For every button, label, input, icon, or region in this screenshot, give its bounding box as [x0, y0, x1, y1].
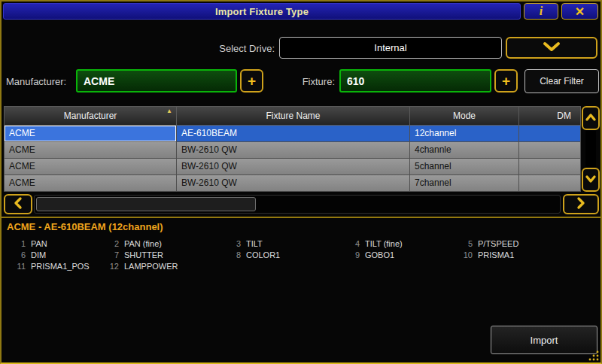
- channel-number: 9: [343, 250, 360, 259]
- plus-icon: +: [248, 74, 256, 88]
- cell-fixture-name[interactable]: BW-2610 QW: [177, 175, 410, 192]
- table-row[interactable]: ACME AE-610BEAM 12channel: [4, 126, 581, 142]
- cell-manufacturer[interactable]: ACME: [4, 126, 177, 142]
- import-button-label: Import: [531, 335, 558, 346]
- table-row[interactable]: ACME BW-2610 QW 7channel: [4, 175, 581, 192]
- channel-name: DIM: [31, 250, 46, 259]
- channel-item: 4TILT (fine): [343, 238, 456, 249]
- channel-item: 1PAN: [9, 238, 102, 249]
- channel-number: 4: [343, 239, 360, 248]
- scroll-left-button[interactable]: [4, 194, 32, 214]
- chevron-left-icon: [14, 196, 23, 213]
- chevron-down-icon: [542, 41, 561, 55]
- horizontal-scrollbar-track[interactable]: [34, 195, 561, 214]
- channel-name: PAN (fine): [124, 239, 162, 248]
- chevron-up-icon: [585, 111, 597, 125]
- channel-list: 1PAN 2PAN (fine) 3TILT 4TILT (fine) 5P/T…: [9, 238, 585, 271]
- column-header-fixture-name[interactable]: Fixture Name: [177, 106, 410, 126]
- channel-item: 3TILT: [224, 238, 343, 249]
- info-button[interactable]: i: [524, 3, 558, 20]
- import-fixture-type-dialog: Import Fixture Type i ✕ Select Drive: In…: [0, 0, 602, 364]
- title-bar[interactable]: Import Fixture Type: [3, 3, 521, 20]
- resize-grip-icon[interactable]: [587, 349, 600, 362]
- cell-manufacturer[interactable]: ACME: [4, 142, 177, 159]
- cell-manufacturer[interactable]: ACME: [4, 159, 177, 175]
- fixture-filter-input[interactable]: 610: [339, 69, 491, 93]
- close-button[interactable]: ✕: [561, 3, 598, 20]
- select-drive-field[interactable]: Internal: [279, 37, 502, 59]
- dialog-title: Import Fixture Type: [215, 6, 309, 17]
- sort-ascending-icon: ▲: [166, 108, 172, 114]
- cell-mode[interactable]: 4channle: [410, 142, 519, 159]
- channel-item: 5P/TSPEED: [456, 238, 585, 249]
- column-header-dmx[interactable]: DM: [519, 106, 581, 126]
- cell-mode[interactable]: 12channel: [410, 126, 519, 142]
- column-header-label: Mode: [453, 111, 476, 121]
- table-row[interactable]: ACME BW-2610 QW 5channel: [4, 159, 581, 175]
- table-row[interactable]: ACME BW-2610 QW 4channle: [4, 142, 581, 159]
- cell-dmx[interactable]: [519, 126, 581, 142]
- channel-name: LAMPPOWER: [124, 262, 178, 271]
- channel-number: 12: [102, 262, 119, 271]
- channel-item: 11PRISMA1_POS: [9, 260, 102, 271]
- column-header-label: Fixture Name: [266, 111, 320, 121]
- fixture-filter-value: 610: [347, 75, 364, 87]
- import-button[interactable]: Import: [491, 326, 597, 354]
- channel-item: 12LAMPPOWER: [102, 260, 224, 271]
- manufacturer-filter-value: ACME: [84, 75, 114, 87]
- cell-dmx[interactable]: [519, 175, 581, 192]
- cell-mode[interactable]: 7channel: [410, 175, 519, 192]
- cell-manufacturer[interactable]: ACME: [4, 175, 177, 192]
- cell-dmx[interactable]: [519, 159, 581, 175]
- channel-name: PAN: [31, 239, 47, 248]
- fixture-table: Manufacturer ▲ Fixture Name Mode DM ACME…: [4, 106, 581, 192]
- fixture-details-title: ACME - AE-610BEAM (12channel): [7, 221, 163, 232]
- channel-name: PRISMA1: [478, 250, 514, 259]
- channel-number: 3: [224, 239, 241, 248]
- cell-mode[interactable]: 5channel: [410, 159, 519, 175]
- channel-item: 7SHUTTER: [102, 249, 224, 260]
- fixture-add-button[interactable]: +: [494, 69, 518, 93]
- cell-fixture-name[interactable]: AE-610BEAM: [177, 126, 410, 142]
- scroll-down-button[interactable]: [582, 168, 600, 192]
- channel-number: 11: [9, 262, 26, 271]
- select-drive-label: Select Drive:: [129, 40, 275, 58]
- channel-number: 2: [102, 239, 119, 248]
- column-header-manufacturer[interactable]: Manufacturer ▲: [4, 106, 177, 126]
- channel-name: SHUTTER: [124, 250, 163, 259]
- cell-dmx[interactable]: [519, 142, 581, 159]
- column-header-mode[interactable]: Mode: [410, 106, 519, 126]
- select-drive-value: Internal: [374, 42, 406, 53]
- channel-name: TILT: [246, 239, 263, 248]
- channel-number: 7: [102, 250, 119, 259]
- channel-number: 5: [456, 239, 473, 248]
- info-icon: i: [540, 5, 543, 18]
- column-header-label: Manufacturer: [64, 111, 117, 121]
- channel-name: PRISMA1_POS: [31, 262, 90, 271]
- table-header: Manufacturer ▲ Fixture Name Mode DM: [4, 106, 581, 126]
- chevron-down-icon: [585, 173, 597, 187]
- fixture-label: Fixture:: [284, 73, 335, 91]
- channel-item: 9GOBO1: [343, 249, 456, 260]
- cell-fixture-name[interactable]: BW-2610 QW: [177, 142, 410, 159]
- manufacturer-label: Manufacturer:: [6, 73, 66, 91]
- vertical-scrollbar-track[interactable]: [585, 131, 596, 167]
- clear-filter-button[interactable]: Clear Filter: [524, 69, 599, 93]
- scroll-right-button[interactable]: [563, 194, 599, 214]
- channel-number: 10: [456, 250, 473, 259]
- channel-number: 1: [9, 239, 26, 248]
- close-icon: ✕: [575, 5, 585, 19]
- horizontal-scrollbar-thumb[interactable]: [36, 197, 256, 211]
- clear-filter-label: Clear Filter: [540, 76, 584, 86]
- select-drive-dropdown-button[interactable]: [506, 37, 597, 59]
- scroll-up-button[interactable]: [582, 106, 600, 130]
- manufacturer-add-button[interactable]: +: [240, 69, 263, 93]
- manufacturer-filter-input[interactable]: ACME: [76, 69, 237, 93]
- cell-fixture-name[interactable]: BW-2610 QW: [177, 159, 410, 175]
- channel-item: 8COLOR1: [224, 249, 343, 260]
- channel-name: TILT (fine): [365, 239, 403, 248]
- channel-number: 6: [9, 250, 26, 259]
- channel-item: 2PAN (fine): [102, 238, 224, 249]
- channel-name: P/TSPEED: [478, 239, 518, 248]
- chevron-right-icon: [576, 196, 585, 213]
